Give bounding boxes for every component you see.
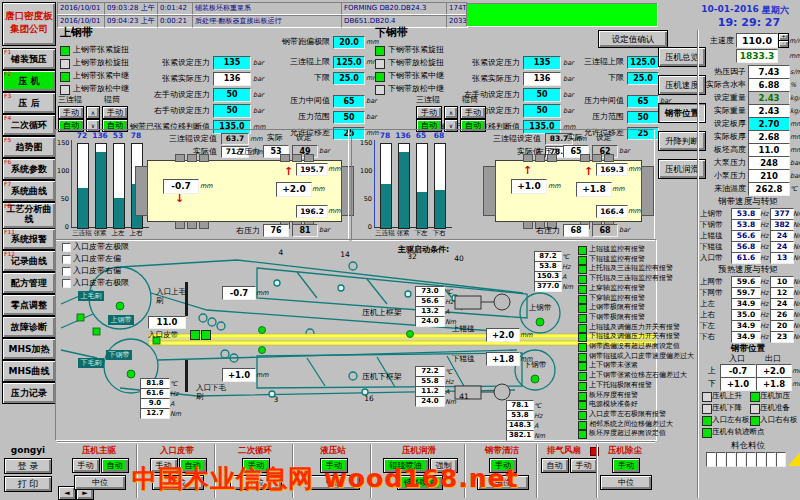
upper-carpet-unit-1: Hz	[445, 298, 453, 306]
entry-belt-value: 11.0	[148, 316, 186, 329]
sidebar-item-label: 系统报警	[11, 234, 47, 244]
panel6-button-1[interactable]: 手动	[570, 458, 598, 473]
alarm-cell-duration-1: 0:00:21	[157, 15, 195, 28]
sidebar-item-fkey: F7	[4, 181, 11, 187]
sec0-roller-up-button[interactable]: ∧	[86, 106, 100, 119]
panel4-button-1[interactable]: 强制	[430, 458, 458, 473]
sidebar-item-8[interactable]: 系统报警F11	[2, 228, 56, 250]
sec1-limit-label-2: 压力中间值	[530, 96, 624, 106]
sec0-limit-value-1[interactable]: 125.0	[333, 56, 365, 69]
sidebar-item-5[interactable]: 系统参数F6	[2, 158, 56, 180]
sidebar-item-2[interactable]: 压 后F3	[2, 92, 56, 114]
sec0-limit-unit-0: mm	[366, 38, 379, 46]
sidebar-item-0[interactable]: 铺装预压F1	[2, 48, 56, 70]
panel4-button-0[interactable]: 辊毯喷油	[383, 458, 429, 473]
panel5-button2-0[interactable]: 中位	[477, 475, 529, 490]
preheat-row-label-2: 上左	[700, 299, 730, 308]
sec1-led-1	[375, 59, 385, 69]
sidebar-item-9[interactable]: 记录曲线F12	[2, 250, 56, 272]
sidebar-item-1[interactable]: 压 机F2	[2, 70, 56, 92]
sidebar-item-14[interactable]: MHS曲线	[2, 360, 56, 382]
print-button[interactable]: 打 印	[4, 476, 52, 492]
rp-row-unit-2: kg/m²	[790, 94, 800, 102]
panel5-button-0[interactable]: 手动	[489, 458, 517, 473]
lower-carpet-unit-1: Hz	[445, 378, 453, 386]
upper-carpet-offset-value: +2.0	[486, 328, 520, 342]
panel1-button-1[interactable]: 自动	[179, 458, 207, 473]
sidebar-item-fkey: F8	[4, 203, 11, 209]
sidebar-item-label: 零点调整	[11, 300, 47, 310]
panel1-button2-0[interactable]: 中位	[152, 475, 204, 490]
sidebar-item-fkey: F5	[4, 137, 11, 143]
set-confirm-button[interactable]: 设定值确认	[598, 30, 668, 48]
sec0-limit-value-4[interactable]: 50	[333, 111, 365, 124]
panel1-button-0[interactable]: 手动	[150, 458, 178, 473]
belt-position-header: 钢带位置	[700, 343, 796, 353]
sidebar-item-10[interactable]: 配方管理	[2, 272, 56, 294]
main-speed-value[interactable]: 110.0	[736, 33, 778, 48]
panel2-button-0[interactable]: 手动	[242, 458, 270, 473]
entry-belt-led-2	[201, 330, 211, 340]
sidebar-user: gongyi	[2, 445, 54, 455]
sec0-limit-value-2[interactable]: 25.0	[333, 72, 365, 85]
silo-cell-4	[746, 452, 756, 467]
sec0-band-bottom-value: 196.2	[296, 205, 328, 218]
panel7-button2-0[interactable]: 中位	[600, 475, 652, 490]
sidebar-item-13[interactable]: MHS加热	[2, 338, 56, 360]
panel3-button2-0[interactable]: 中位	[308, 475, 360, 490]
sidebar-item-fkey: F1	[4, 49, 11, 55]
sec1-roller-up-button[interactable]: ∧	[444, 106, 458, 119]
sidebar-item-4[interactable]: 趋势图F5	[2, 136, 56, 158]
rp-row-value-4[interactable]: 2.70	[748, 117, 790, 131]
preheat-row-nm-unit-2: Nm	[793, 300, 800, 308]
panel0-button-1[interactable]: 自动	[101, 458, 129, 473]
sidebar-item-3[interactable]: 二次循环F4	[2, 114, 56, 136]
belt-row-label-1: 下钢带	[700, 220, 730, 229]
frame-bottom-num-3: 41	[457, 393, 471, 401]
main-speed-spinner-down[interactable]: -	[778, 40, 789, 48]
panel6-button-0[interactable]: 自动	[541, 458, 569, 473]
panel0-button2-0[interactable]: 中位	[74, 475, 126, 490]
sidebar-item-15[interactable]: 压力记录	[2, 382, 56, 404]
sidebar-item-label: 二次循环	[11, 120, 47, 130]
panel-divider-4	[464, 444, 466, 498]
sec1-roller-manual-button[interactable]: 手动	[416, 106, 442, 119]
sec1-roller-label: 三连辊	[416, 95, 444, 104]
sidebar-item-6[interactable]: 系统曲线F7	[2, 180, 56, 202]
sec1-limit-value-3[interactable]: 50	[627, 111, 659, 124]
sec1-led-3	[375, 85, 385, 95]
sec0-drum-manual-button[interactable]: 手动	[102, 106, 128, 119]
sec1-limit-value-2[interactable]: 65	[627, 95, 659, 108]
panel7-button-0[interactable]: 手动	[612, 458, 640, 473]
rp-row-unit-4: mm	[790, 120, 800, 128]
rp-row-unit-3: kg/m²	[790, 107, 800, 115]
sidebar-item-12[interactable]: 故障诊断	[2, 316, 56, 338]
main-speed-mms-unit: mm/s	[789, 52, 800, 60]
login-button[interactable]: 登 录	[4, 458, 52, 474]
sidebar-item-label: 故障诊断	[11, 322, 47, 332]
hmi-screen: 唐口密度板 集团公司 2016/10/0109:03:28 上午0:01:42铺…	[0, 0, 800, 500]
sec0-roller-manual-button[interactable]: 手动	[58, 106, 84, 119]
sec0-limit-value-3[interactable]: 65	[333, 95, 365, 108]
entry-upper-brush-label: 入口上毛刷	[156, 288, 192, 308]
upper-brush-block: 上毛刷	[78, 291, 104, 301]
sec1-drum-manual-button[interactable]: 手动	[460, 106, 486, 119]
upper-carpet-label: 上辊毯	[452, 324, 482, 333]
sec1-limit-value-1[interactable]: 25.0	[627, 72, 659, 85]
sec1-field-label-1: 张紧实际压力	[396, 74, 520, 84]
sidebar-item-11[interactable]: 零点调整	[2, 294, 56, 316]
panel2-button2-0[interactable]: 中位	[230, 475, 282, 490]
preheat-row-hz-unit-0: Hz	[760, 278, 768, 286]
sidebar-item-7[interactable]: 工艺分析曲线F8	[2, 202, 56, 229]
panel4-button2-0[interactable]: 链条喷油	[397, 475, 443, 490]
status-led-2-0	[702, 416, 712, 426]
sec1-led-0	[375, 46, 385, 56]
sec0-limit-value-0[interactable]: 20.0	[333, 36, 365, 49]
preheat-row-hz-unit-3: Hz	[760, 311, 768, 319]
sec1-limit-value-0[interactable]: 125.0	[627, 56, 659, 69]
panel3-button-0[interactable]: 手动	[320, 458, 348, 473]
panel0-button-0[interactable]: 手动	[72, 458, 100, 473]
sec0-drum-label: 辊筒	[104, 95, 128, 104]
sec0-field-label-1: 张紧实际压力	[86, 74, 210, 84]
sidebar-item-fkey: F11	[4, 229, 15, 235]
